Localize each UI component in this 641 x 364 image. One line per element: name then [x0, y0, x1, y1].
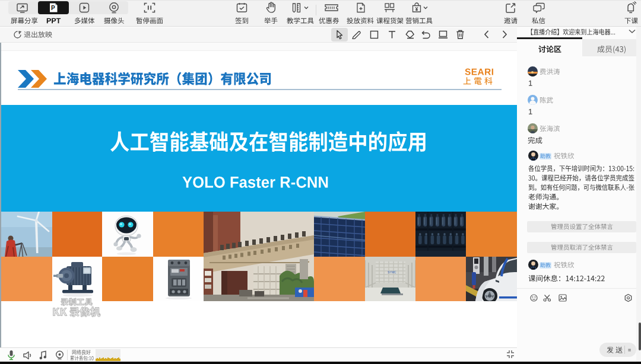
svg-text:SYMC: SYMC	[388, 270, 396, 274]
svg-text:P: P	[51, 5, 55, 11]
